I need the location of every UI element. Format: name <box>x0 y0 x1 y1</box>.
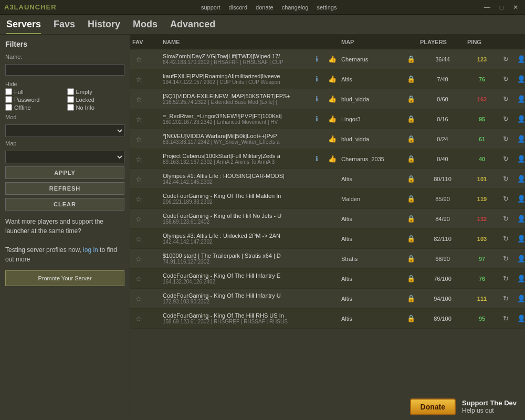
minimize-button[interactable]: — <box>481 3 493 12</box>
hide-full-checkbox[interactable] <box>5 88 12 95</box>
table-row[interactable]: ☆$10000 start! | The Trailerpark | Strat… <box>130 249 525 269</box>
join-cell[interactable]: 👤 <box>513 295 525 302</box>
favorite-star[interactable]: ☆ <box>135 155 142 163</box>
favorite-star[interactable]: ☆ <box>135 235 142 243</box>
th-players[interactable]: PLAYERS <box>419 39 466 45</box>
refresh-cell[interactable]: ↻ <box>498 115 513 123</box>
user-icon[interactable]: 👤 <box>517 314 525 322</box>
user-icon[interactable]: 👤 <box>517 55 525 63</box>
favorite-star[interactable]: ☆ <box>135 135 142 143</box>
refresh-icon[interactable]: ↻ <box>503 135 509 143</box>
favorite-star[interactable]: ☆ <box>135 215 142 223</box>
info-icon[interactable]: ℹ <box>316 75 318 83</box>
user-icon[interactable]: 👤 <box>517 215 525 223</box>
join-cell[interactable]: 👤 <box>513 255 525 262</box>
info-icon[interactable]: ℹ <box>316 95 318 103</box>
like-cell[interactable]: 👍 <box>324 135 340 143</box>
nav-donate[interactable]: donate <box>256 4 274 10</box>
user-icon[interactable]: 👤 <box>517 235 525 243</box>
refresh-icon[interactable]: ↻ <box>503 295 509 302</box>
user-icon[interactable]: 👤 <box>517 155 525 163</box>
favorite-star[interactable]: ☆ <box>135 75 142 83</box>
tab-mods[interactable]: Mods <box>133 19 158 34</box>
refresh-cell[interactable]: ↻ <box>498 95 513 103</box>
like-cell[interactable]: 👍 <box>324 115 340 123</box>
join-cell[interactable]: 👤 <box>513 195 525 203</box>
refresh-cell[interactable]: ↻ <box>498 55 513 63</box>
table-row[interactable]: ☆Project Ceberus|100kStart|Full Military… <box>130 149 525 169</box>
maximize-button[interactable]: □ <box>497 3 506 12</box>
favorite-star[interactable]: ☆ <box>135 295 142 303</box>
refresh-cell[interactable]: ↻ <box>498 235 513 243</box>
refresh-cell[interactable]: ↻ <box>498 215 513 223</box>
info-cell[interactable]: ℹ <box>309 95 324 103</box>
refresh-cell[interactable]: ↻ <box>498 135 513 143</box>
like-icon[interactable]: 👍 <box>328 115 337 123</box>
hide-empty-checkbox[interactable] <box>67 88 74 95</box>
th-ping[interactable]: PING <box>466 39 498 45</box>
join-cell[interactable]: 👤 <box>513 155 525 163</box>
refresh-icon[interactable]: ↻ <box>503 235 509 243</box>
join-cell[interactable]: 👤 <box>513 235 525 243</box>
nav-changelog[interactable]: changelog <box>282 4 309 10</box>
refresh-icon[interactable]: ↻ <box>503 255 509 262</box>
mod-select[interactable] <box>5 124 124 137</box>
join-cell[interactable]: 👤 <box>513 135 525 143</box>
user-icon[interactable]: 👤 <box>517 135 525 143</box>
user-icon[interactable]: 👤 <box>517 255 525 262</box>
join-cell[interactable]: 👤 <box>513 215 525 223</box>
info-icon[interactable]: ℹ <box>316 155 318 163</box>
info-cell[interactable]: ℹ <box>309 115 324 123</box>
table-row[interactable]: ☆SlowZomb|DayZ|VG|Tow|Lift[TWD]|Wiped 17… <box>130 49 525 69</box>
th-name[interactable]: NAME <box>162 39 309 45</box>
table-row[interactable]: ☆|SQ1|VIDDA-EXILE|NEW_MAP|50KSTART|FPS+2… <box>130 89 525 109</box>
join-cell[interactable]: 👤 <box>513 314 525 322</box>
table-row[interactable]: ☆Olympus #1: Altis Life : HOUSING|CAR-MO… <box>130 169 525 189</box>
table-row[interactable]: ☆CodeFourGaming - King Of The Hill Infan… <box>130 289 525 309</box>
like-icon[interactable]: 👍 <box>328 75 337 83</box>
promote-server-button[interactable]: Promote Your Server <box>5 270 124 286</box>
table-row[interactable]: ☆CodeFourGaming - King Of The Hill Infan… <box>130 269 525 289</box>
refresh-icon[interactable]: ↻ <box>503 75 509 83</box>
tab-servers[interactable]: Servers <box>6 19 41 34</box>
info-cell[interactable]: ℹ <box>309 55 324 63</box>
refresh-cell[interactable]: ↻ <box>498 314 513 322</box>
user-icon[interactable]: 👤 <box>517 95 525 103</box>
favorite-star[interactable]: ☆ <box>135 275 142 283</box>
like-icon[interactable]: 👍 <box>328 55 337 63</box>
info-icon[interactable]: ℹ <box>316 115 318 123</box>
table-row[interactable]: ☆CodeFourGaming - King Of The Hill Malde… <box>130 189 525 209</box>
favorite-star[interactable]: ☆ <box>135 314 142 323</box>
info-cell[interactable]: ℹ <box>309 75 324 83</box>
hide-locked-checkbox[interactable] <box>67 96 74 103</box>
th-map[interactable]: MAP <box>340 39 403 45</box>
refresh-icon[interactable]: ↻ <box>503 155 509 163</box>
donate-button[interactable]: Donate <box>410 398 456 415</box>
join-cell[interactable]: 👤 <box>513 275 525 282</box>
refresh-icon[interactable]: ↻ <box>503 175 509 183</box>
map-select[interactable] <box>5 151 124 163</box>
table-row[interactable]: ☆*[NO/EU]VIDDA Warfare|Mil|50k|Loot++|Pv… <box>130 129 525 149</box>
tab-history[interactable]: History <box>88 19 120 34</box>
info-icon[interactable]: ℹ <box>316 55 318 63</box>
join-cell[interactable]: 👤 <box>513 115 525 123</box>
favorite-star[interactable]: ☆ <box>135 115 142 123</box>
refresh-icon[interactable]: ↻ <box>503 55 509 63</box>
refresh-cell[interactable]: ↻ <box>498 175 513 183</box>
user-icon[interactable]: 👤 <box>517 195 525 203</box>
refresh-cell[interactable]: ↻ <box>498 275 513 282</box>
join-cell[interactable]: 👤 <box>513 75 525 83</box>
user-icon[interactable]: 👤 <box>517 295 525 302</box>
like-icon[interactable]: 👍 <box>328 95 337 103</box>
hide-password-checkbox[interactable] <box>5 96 12 103</box>
name-input[interactable] <box>5 64 124 76</box>
nav-discord[interactable]: discord <box>229 4 247 10</box>
promo-link[interactable]: log in <box>83 246 98 254</box>
like-cell[interactable]: 👍 <box>324 55 340 63</box>
nav-support[interactable]: support <box>201 4 220 10</box>
refresh-icon[interactable]: ↻ <box>503 95 509 103</box>
apply-button[interactable]: APPLY <box>5 166 124 179</box>
join-cell[interactable]: 👤 <box>513 175 525 183</box>
tab-advanced[interactable]: Advanced <box>170 19 215 34</box>
close-button[interactable]: ✕ <box>510 3 521 12</box>
